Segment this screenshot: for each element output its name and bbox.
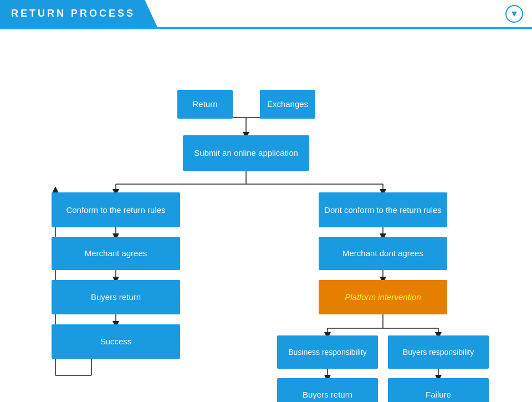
platform-box: Platform intervention: [319, 280, 447, 314]
header-title: RETURN PROCESS: [11, 8, 135, 19]
success-box: Success: [52, 324, 180, 359]
exchanges-box: Exchanges: [260, 90, 315, 119]
buyers-return-left-box: Buyers return: [52, 280, 180, 314]
business-resp-box: Business responsibility: [277, 335, 378, 369]
buyers-return-right-box: Buyers return: [277, 378, 378, 402]
diagram-area: Return Exchanges Submit an online applic…: [0, 29, 532, 402]
merchant-agrees-box: Merchant agrees: [52, 237, 180, 270]
merchant-dont-box: Merchant dont agrees: [319, 237, 447, 270]
header-title-bg: RETURN PROCESS: [0, 0, 157, 27]
return-box: Return: [177, 90, 233, 119]
dont-conform-box: Dont conform to the return rules: [319, 192, 447, 227]
buyers-resp-box: Buyers responsibility: [388, 335, 489, 369]
header: RETURN PROCESS ▼: [0, 0, 532, 29]
submit-box: Submit an online application: [183, 135, 309, 171]
conform-box: Conform to the return rules: [52, 192, 180, 227]
failure-box: Failure: [388, 378, 489, 402]
info-icon[interactable]: ▼: [505, 5, 523, 23]
